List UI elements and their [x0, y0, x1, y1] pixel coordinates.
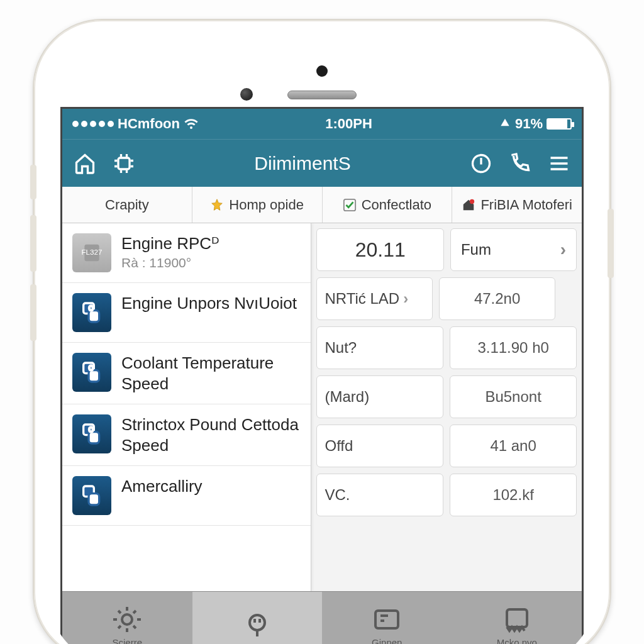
tab-strip: Crapity Homp opide Confectlato FriBIA Mo…	[62, 187, 582, 223]
menu-button[interactable]	[547, 151, 572, 176]
selector-label: Fum	[461, 241, 491, 258]
nav-bar: DiimimentS	[62, 139, 582, 187]
data-cell-value: 41 an0	[450, 425, 577, 467]
wifi-icon	[184, 116, 199, 131]
battery-icon	[547, 118, 572, 130]
data-cell-label[interactable]: (Mard)	[316, 375, 443, 418]
home-button[interactable]	[72, 151, 97, 176]
tab-crapity[interactable]: Crapity	[62, 187, 192, 223]
call-button[interactable]	[508, 151, 533, 176]
thumb-icon	[72, 476, 111, 515]
tab-label: FriBIA Motoferi	[480, 197, 572, 213]
list-item[interactable]: FL327 Engine RPCᴰ Rà : 11900°	[62, 223, 311, 283]
plug-icon	[242, 610, 272, 640]
right-panel: 20.11 Fum › NRTić LAD › 47.2n0	[311, 223, 582, 591]
tab-bar-item-4[interactable]: Mcko nvo	[452, 592, 582, 644]
thumb-icon: C	[72, 414, 111, 453]
tab-confectlato[interactable]: Confectlato	[323, 187, 453, 223]
signal-icon	[499, 118, 511, 130]
carrier-label: HCmfoon	[118, 116, 180, 132]
thumb-icon: FL327	[72, 233, 111, 272]
svg-rect-16	[89, 494, 99, 505]
side-button	[30, 215, 36, 272]
chevron-right-icon: ›	[403, 290, 408, 308]
svg-text:C: C	[89, 305, 93, 312]
chevron-right-icon: ›	[560, 240, 566, 260]
selector-button[interactable]: Fum ›	[450, 228, 577, 271]
list-item-title: Coolant Temperature Speed	[121, 353, 301, 394]
data-cell-value: 102.kf	[450, 474, 577, 516]
battery-percent: 91%	[515, 116, 543, 132]
check-icon	[343, 198, 357, 212]
svg-rect-0	[118, 158, 130, 169]
content-area: FL327 Engine RPCᴰ Rà : 11900° C Engine U…	[62, 223, 582, 591]
cell-text: NRTić LAD	[325, 290, 399, 308]
svg-rect-7	[89, 311, 99, 322]
power-button[interactable]	[469, 151, 494, 176]
tab-label: Confectlato	[362, 197, 431, 213]
svg-point-3	[470, 199, 474, 203]
list-item[interactable]: C Strinctox Pound Cettoda Speed	[62, 404, 311, 466]
svg-text:FL327: FL327	[81, 248, 102, 256]
list-item-title: Engine Unpors NvıUoiot	[121, 293, 297, 314]
spacer	[562, 277, 577, 320]
data-cell-label[interactable]: Nut?	[316, 326, 443, 369]
tab-bar-label: Mcko nvo	[497, 637, 537, 644]
list-item[interactable]: C Coolant Temperature Speed	[62, 343, 311, 404]
chip-button[interactable]	[111, 151, 136, 176]
data-cell-value: 47.2n0	[439, 277, 555, 320]
svg-rect-19	[375, 611, 398, 628]
svg-rect-10	[89, 370, 99, 382]
sensor-dot	[316, 65, 328, 77]
home-icon	[74, 152, 96, 175]
data-cell-label[interactable]: NRTić LAD ›	[316, 277, 433, 320]
left-panel: FL327 Engine RPCᴰ Rà : 11900° C Engine U…	[62, 223, 311, 591]
receipt-icon	[502, 604, 532, 635]
power-icon	[470, 152, 492, 175]
screen: HCmfoon 1:00PH 91%	[60, 107, 584, 644]
bottom-bar: Scierre Ginnen Mcko nvo	[62, 591, 582, 644]
list-item[interactable]: Amercalliry	[62, 466, 311, 526]
list-item[interactable]: C Engine Unpors NvıUoiot	[62, 283, 311, 343]
list-item-title: Engine RPCᴰ	[121, 233, 219, 254]
card-icon	[372, 604, 402, 635]
tab-bar-item-3[interactable]: Ginnen	[322, 592, 452, 644]
tab-bar-label: Scierre	[112, 637, 142, 644]
side-button	[30, 284, 36, 341]
tab-label: Crapity	[105, 197, 149, 213]
svg-point-18	[250, 615, 265, 630]
tab-bar-item-1[interactable]: Scierre	[62, 592, 192, 644]
svg-point-17	[122, 614, 132, 625]
chip-icon	[113, 152, 135, 175]
thumb-icon: C	[72, 353, 111, 392]
data-grid: NRTić LAD › 47.2n0 Nut? 3.11.90 h0 (Mard…	[316, 277, 577, 516]
svg-text:C: C	[89, 426, 93, 433]
list-item-sub: Rà : 11900°	[121, 255, 219, 270]
tab-hompopide[interactable]: Homp opide	[192, 187, 323, 223]
tab-label: Homp opide	[229, 197, 304, 213]
side-button	[30, 165, 36, 199]
svg-rect-20	[507, 609, 527, 627]
status-bar: HCmfoon 1:00PH 91%	[62, 109, 582, 139]
svg-text:C: C	[89, 365, 93, 372]
signal-dots-icon	[72, 121, 114, 127]
phone-icon	[509, 152, 531, 175]
data-cell-value: 3.11.90 h0	[450, 326, 577, 369]
list-item-title: Strinctox Pound Cettoda Speed	[121, 414, 301, 455]
data-cell-label[interactable]: Offd	[316, 425, 443, 467]
star-icon	[210, 198, 224, 212]
clock-label: 1:00PH	[325, 116, 372, 132]
tab-bar-item-2[interactable]	[192, 592, 323, 644]
phone-frame: HCmfoon 1:00PH 91%	[33, 19, 611, 644]
thumb-icon: C	[72, 293, 111, 332]
svg-rect-13	[89, 432, 99, 443]
tab-bar-label: Ginnen	[372, 637, 402, 644]
data-cell-value: Bu5nont	[450, 375, 577, 418]
data-cell-label[interactable]: VC.	[316, 474, 443, 516]
tab-fribia[interactable]: FriBIA Motoferi	[452, 187, 582, 223]
list-item-title: Amercalliry	[121, 476, 203, 497]
page-title: DiimimentS	[254, 153, 350, 174]
house-alert-icon	[462, 198, 475, 212]
speaker-grille	[287, 91, 357, 99]
front-camera	[240, 88, 253, 101]
